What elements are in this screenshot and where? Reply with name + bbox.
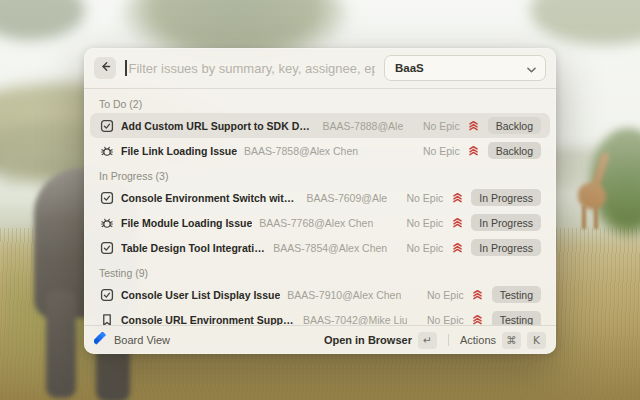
- status-badge: Testing: [492, 286, 541, 303]
- issue-epic: No Epic: [427, 314, 464, 326]
- chevron-down-icon: [527, 59, 536, 77]
- jira-logo-icon: [94, 331, 107, 349]
- status-badge: Backlog: [488, 117, 541, 134]
- search-input[interactable]: [129, 61, 376, 76]
- issue-row[interactable]: Add Custom URL Support to SDK Data Table…: [90, 113, 550, 138]
- issue-title: Add Custom URL Support to SDK Data Table…: [121, 120, 316, 132]
- section-label: In Progress (3): [90, 163, 550, 185]
- text-caret: [125, 60, 127, 76]
- issue-title: File Link Loading Issue: [121, 145, 237, 157]
- issue-row[interactable]: Table Design Tool Integration BAAS-7854@…: [90, 235, 550, 260]
- issue-key-assignee: BAAS-7042@Mike Liu: [303, 314, 407, 326]
- priority-highest-icon: [450, 191, 464, 205]
- issue-type-story-icon: [99, 312, 114, 325]
- project-dropdown-value: BaaS: [395, 62, 424, 74]
- footer-bar: Board View Open in Browser ↵ Actions ⌘ K: [84, 325, 556, 354]
- issue-key-assignee: BAAS-7609@Alex Chen: [306, 192, 386, 204]
- arrow-left-icon: [99, 60, 112, 76]
- issue-epic: No Epic: [407, 242, 444, 254]
- issue-epic: No Epic: [407, 217, 444, 229]
- priority-highest-icon: [450, 241, 464, 255]
- search-header: BaaS: [84, 48, 556, 88]
- issue-key-assignee: BAAS-7888@Alex Chen: [323, 120, 403, 132]
- footer-source: Board View: [94, 331, 316, 349]
- priority-highest-icon: [450, 216, 464, 230]
- issue-title: Console URL Environment Support: [121, 314, 296, 326]
- issue-epic: No Epic: [407, 192, 444, 204]
- issue-epic: No Epic: [423, 145, 460, 157]
- issue-row[interactable]: Console Environment Switch with URL Para…: [90, 185, 550, 210]
- issue-type-bug-icon: [99, 143, 114, 158]
- priority-highest-icon: [467, 144, 481, 158]
- issue-epic: No Epic: [423, 120, 460, 132]
- issue-title: Console Environment Switch with URL Para…: [121, 192, 299, 204]
- results-list: To Do (2) Add Custom URL Support to SDK …: [84, 89, 556, 325]
- k-key-icon: K: [527, 332, 546, 349]
- issue-row[interactable]: File Link Loading Issue BAAS-7858@Alex C…: [90, 138, 550, 163]
- issue-type-task-icon: [99, 240, 114, 255]
- issue-key-assignee: BAAS-7768@Alex Chen: [259, 217, 373, 229]
- issue-key-assignee: BAAS-7910@Alex Chen: [287, 289, 401, 301]
- open-in-browser-label: Open in Browser: [324, 334, 412, 346]
- issue-title: File Module Loading Issue: [121, 217, 252, 229]
- issue-type-bug-icon: [99, 215, 114, 230]
- status-badge: Testing: [492, 311, 541, 325]
- actions-menu-button[interactable]: Actions ⌘ K: [460, 332, 546, 349]
- issue-row[interactable]: File Module Loading Issue BAAS-7768@Alex…: [90, 210, 550, 235]
- status-badge: In Progress: [471, 214, 541, 231]
- search-field-wrap: [125, 60, 375, 76]
- issue-key-assignee: BAAS-7858@Alex Chen: [244, 145, 358, 157]
- project-dropdown[interactable]: BaaS: [384, 55, 546, 81]
- issue-title: Console User List Display Issue: [121, 289, 280, 301]
- back-button[interactable]: [94, 57, 116, 79]
- status-badge: Backlog: [488, 142, 541, 159]
- actions-label: Actions: [460, 334, 496, 346]
- issue-row[interactable]: Console URL Environment Support BAAS-704…: [90, 307, 550, 325]
- issue-title: Table Design Tool Integration: [121, 242, 266, 254]
- issue-type-task-icon: [99, 190, 114, 205]
- open-in-browser-action[interactable]: Open in Browser ↵: [324, 332, 437, 349]
- section-label: Testing (9): [90, 260, 550, 282]
- issue-key-assignee: BAAS-7854@Alex Chen: [273, 242, 386, 254]
- section-label: To Do (2): [90, 91, 550, 113]
- priority-highest-icon: [467, 119, 481, 133]
- return-key-icon: ↵: [418, 332, 437, 349]
- issue-type-task-icon: [99, 287, 114, 302]
- status-badge: In Progress: [471, 189, 541, 206]
- footer-separator: [448, 334, 449, 346]
- priority-highest-icon: [471, 313, 485, 326]
- issue-row[interactable]: Console User List Display Issue BAAS-791…: [90, 282, 550, 307]
- issue-search-panel: BaaS To Do (2) Add Custom URL Support to…: [84, 48, 556, 354]
- command-key-icon: ⌘: [502, 332, 521, 349]
- status-badge: In Progress: [471, 239, 541, 256]
- issue-type-task-icon: [99, 118, 114, 133]
- issue-epic: No Epic: [427, 289, 464, 301]
- priority-highest-icon: [471, 288, 485, 302]
- footer-source-label: Board View: [114, 334, 170, 346]
